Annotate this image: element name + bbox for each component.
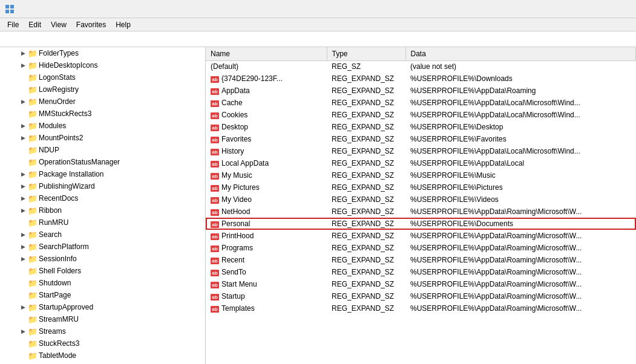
menu-item-edit[interactable]: Edit xyxy=(24,19,46,30)
tree-item[interactable]: 📁LowRegistry xyxy=(0,83,205,96)
ab-icon: ab xyxy=(211,137,219,143)
folder-icon: 📁 xyxy=(28,267,38,276)
cell-data: %USERPROFILE%\AppData\Roaming xyxy=(405,85,636,97)
maximize-button[interactable] xyxy=(575,0,603,18)
folder-icon: 📁 xyxy=(28,255,38,264)
tree-item[interactable]: 📁NDUP xyxy=(0,144,205,156)
table-row[interactable]: abStart MenuREG_EXPAND_SZ%USERPROFILE%\A… xyxy=(206,278,636,290)
tree-item[interactable]: ▶📁Package Installation xyxy=(0,168,205,180)
cell-name: abMy Video xyxy=(206,193,327,206)
tree-item[interactable]: ▶📁Taskband xyxy=(0,362,205,364)
tree-panel[interactable]: ▶📁FolderTypes▶📁HideDesktopIcons📁LogonSta… xyxy=(0,47,206,364)
table-row[interactable]: abPrintHoodREG_EXPAND_SZ%USERPROFILE%\Ap… xyxy=(206,230,636,242)
tree-item[interactable]: ▶📁SessionInfo xyxy=(0,253,205,265)
tree-item[interactable]: 📁RunMRU xyxy=(0,216,205,229)
tree-item[interactable]: ▶📁MountPoints2 xyxy=(0,132,205,144)
cell-data: %USERPROFILE%\AppData\Roaming\Microsoft\… xyxy=(405,278,636,290)
cell-data: %USERPROFILE%\AppData\Roaming\Microsoft\… xyxy=(405,302,636,314)
folder-icon: 📁 xyxy=(28,73,38,82)
tree-item[interactable]: 📁TabletMode xyxy=(0,349,205,362)
tree-item[interactable]: 📁StuckRects3 xyxy=(0,337,205,349)
table-row[interactable]: abProgramsREG_EXPAND_SZ%USERPROFILE%\App… xyxy=(206,242,636,254)
tree-arrow-icon: ▶ xyxy=(18,232,28,238)
cell-type: REG_EXPAND_SZ xyxy=(327,290,405,302)
minimize-button[interactable] xyxy=(548,0,575,18)
table-row[interactable]: abRecentREG_EXPAND_SZ%USERPROFILE%\AppDa… xyxy=(206,254,636,266)
tree-item-label: Shutdown xyxy=(39,279,71,287)
table-row[interactable]: abNetHoodREG_EXPAND_SZ%USERPROFILE%\AppD… xyxy=(206,206,636,218)
tree-item-label: Package Installation xyxy=(39,170,103,178)
table-row[interactable]: abSendToREG_EXPAND_SZ%USERPROFILE%\AppDa… xyxy=(206,266,636,278)
tree-item[interactable]: ▶📁Modules xyxy=(0,120,205,132)
tree-item[interactable]: ▶📁HideDesktopIcons xyxy=(0,59,205,71)
cell-type: REG_EXPAND_SZ xyxy=(327,85,405,97)
col-name: Name xyxy=(206,47,327,60)
table-row[interactable]: abCookiesREG_EXPAND_SZ%USERPROFILE%\AppD… xyxy=(206,109,636,121)
cell-type: REG_EXPAND_SZ xyxy=(327,278,405,290)
cell-data: %USERPROFILE%\Downloads xyxy=(405,73,636,85)
table-row[interactable]: abPersonalREG_EXPAND_SZ%USERPROFILE%\Doc… xyxy=(206,218,636,230)
folder-icon: 📁 xyxy=(28,97,38,106)
table-row[interactable]: abStartupREG_EXPAND_SZ%USERPROFILE%\AppD… xyxy=(206,290,636,302)
tree-item[interactable]: 📁OperationStatusManager xyxy=(0,156,205,168)
cell-name: abHistory xyxy=(206,145,327,157)
folder-icon: 📁 xyxy=(28,351,38,360)
menu-item-file[interactable]: File xyxy=(2,19,24,30)
table-row[interactable]: abMy MusicREG_EXPAND_SZ%USERPROFILE%\Mus… xyxy=(206,169,636,181)
cell-type: REG_EXPAND_SZ xyxy=(327,133,405,145)
tree-item-label: FolderTypes xyxy=(39,49,79,57)
tree-item[interactable]: 📁MMStuckRects3 xyxy=(0,108,205,120)
tree-item[interactable]: ▶📁PublishingWizard xyxy=(0,180,205,192)
tree-item[interactable]: ▶📁Search xyxy=(0,229,205,241)
table-row[interactable]: abDesktopREG_EXPAND_SZ%USERPROFILE%\Desk… xyxy=(206,121,636,133)
tree-item[interactable]: 📁StartPage xyxy=(0,289,205,301)
tree-arrow-icon: ▶ xyxy=(18,123,28,129)
tree-item[interactable]: 📁Shutdown xyxy=(0,277,205,289)
table-row[interactable]: abCacheREG_EXPAND_SZ%USERPROFILE%\AppDat… xyxy=(206,97,636,109)
folder-icon: 📁 xyxy=(28,182,38,191)
menu-item-view[interactable]: View xyxy=(46,19,71,30)
menu-item-help[interactable]: Help xyxy=(111,19,136,30)
registry-table: Name Type Data (Default)REG_SZ(value not… xyxy=(206,47,636,314)
table-row[interactable]: abFavoritesREG_EXPAND_SZ%USERPROFILE%\Fa… xyxy=(206,133,636,145)
folder-icon: 📁 xyxy=(28,61,38,70)
ab-icon: ab xyxy=(211,76,219,83)
tree-item[interactable]: ▶📁FolderTypes xyxy=(0,47,205,59)
tree-item[interactable]: ▶📁SearchPlatform xyxy=(0,241,205,253)
tree-item-label: Modules xyxy=(39,122,66,130)
cell-type: REG_EXPAND_SZ xyxy=(327,97,405,109)
tree-item[interactable]: ▶📁MenuOrder xyxy=(0,96,205,108)
table-row[interactable]: (Default)REG_SZ(value not set) xyxy=(206,60,636,73)
tree-arrow-icon: ▶ xyxy=(18,183,28,189)
table-row[interactable]: abMy VideoREG_EXPAND_SZ%USERPROFILE%\Vid… xyxy=(206,193,636,206)
ab-icon: ab xyxy=(211,294,219,301)
right-panel: Name Type Data (Default)REG_SZ(value not… xyxy=(206,47,636,364)
table-row[interactable]: abAppDataREG_EXPAND_SZ%USERPROFILE%\AppD… xyxy=(206,85,636,97)
cell-type: REG_EXPAND_SZ xyxy=(327,109,405,121)
cell-type: REG_EXPAND_SZ xyxy=(327,230,405,242)
col-type: Type xyxy=(327,47,405,60)
ab-icon: ab xyxy=(211,245,219,252)
table-row[interactable]: abHistoryREG_EXPAND_SZ%USERPROFILE%\AppD… xyxy=(206,145,636,157)
table-row[interactable]: abLocal AppDataREG_EXPAND_SZ%USERPROFILE… xyxy=(206,157,636,169)
tree-item[interactable]: ▶📁RecentDocs xyxy=(0,192,205,204)
cell-data: %USERPROFILE%\Desktop xyxy=(405,121,636,133)
table-row[interactable]: ab{374DE290-123F...REG_EXPAND_SZ%USERPRO… xyxy=(206,73,636,85)
menu-item-favorites[interactable]: Favorites xyxy=(71,19,111,30)
tree-item[interactable]: 📁StreamMRU xyxy=(0,313,205,325)
tree-arrow-icon: ▶ xyxy=(18,256,28,262)
cell-data: %USERPROFILE%\AppData\Local\Microsoft\Wi… xyxy=(405,145,636,157)
tree-item[interactable]: ▶📁Streams xyxy=(0,325,205,337)
tree-item-label: Search xyxy=(39,230,62,239)
table-row[interactable]: abTemplatesREG_EXPAND_SZ%USERPROFILE%\Ap… xyxy=(206,302,636,314)
close-button[interactable] xyxy=(603,0,631,18)
tree-item-label: MountPoints2 xyxy=(39,134,83,142)
tree-item[interactable]: ▶📁StartupApproved xyxy=(0,301,205,313)
cell-name: abPersonal xyxy=(206,218,327,230)
table-row[interactable]: abMy PicturesREG_EXPAND_SZ%USERPROFILE%\… xyxy=(206,181,636,193)
cell-name: abCookies xyxy=(206,109,327,121)
tree-item[interactable]: 📁Shell Folders xyxy=(0,265,205,277)
tree-item[interactable]: ▶📁Ribbon xyxy=(0,204,205,216)
tree-item-label: StuckRects3 xyxy=(39,339,79,348)
tree-item[interactable]: 📁LogonStats xyxy=(0,71,205,83)
